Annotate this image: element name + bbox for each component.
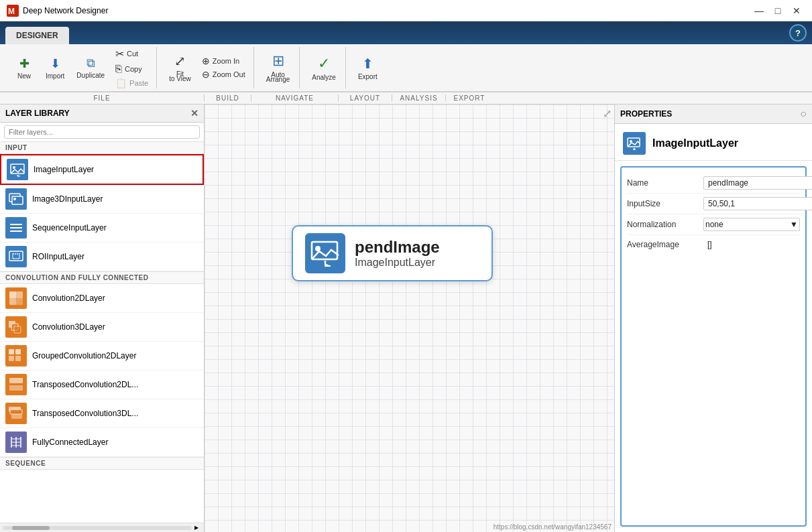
auto-arrange-label2: Arrange (266, 76, 290, 83)
maximize-button[interactable]: □ (769, 2, 787, 19)
navigate-section-label: NAVIGATE (251, 94, 339, 102)
auto-arrange-icon: ⊞ (272, 52, 284, 70)
prop-label-name: Name (627, 178, 701, 188)
analyze-button[interactable]: ✓ Analyze (306, 52, 341, 84)
app-icon: M (7, 5, 19, 17)
zoom-in-button[interactable]: ⊕ Zoom In (198, 54, 249, 68)
layer-item-transposed3d[interactable]: TransposedConvolution3DL... (0, 399, 204, 428)
layer-item-fc[interactable]: FullyConnectedLayer (0, 428, 204, 457)
svg-rect-29 (15, 356, 21, 361)
help-button[interactable]: ? (789, 24, 807, 42)
import-icon (50, 56, 60, 71)
auto-arrange-button[interactable]: ⊞ Auto Arrange (261, 50, 296, 86)
transposed3d-name: TransposedConvolution3DL... (32, 409, 138, 418)
svg-text:M: M (8, 7, 15, 16)
layer-library-header: LAYER LIBRARY ✕ (0, 105, 204, 123)
navigate-group: ⤢ Fit to View ⊕ Zoom In ⊖ Zoom Out (160, 47, 254, 88)
layer-item-imageinputlayer[interactable]: ImageInputLayer (0, 154, 204, 185)
layer-node-icon (305, 233, 345, 273)
layer-item-roiinputlayer[interactable]: ROIInputLayer (0, 243, 204, 271)
prop-value-inputsize[interactable] (703, 197, 812, 210)
canvas-area[interactable]: ⤢ pendImage ImageInputLayer https://blog… (205, 105, 614, 532)
file-group: New Import ⧉ Duplicate Cut Copy Paste (5, 47, 157, 88)
import-button[interactable]: Import (40, 54, 70, 82)
svg-rect-26 (9, 349, 14, 354)
paste-button[interactable]: Paste (111, 76, 152, 90)
layer-node-type: ImageInputLayer (355, 257, 440, 269)
prop-row-name: Name (627, 173, 800, 194)
conv2d-icon (5, 287, 27, 309)
layer-scroll-container: INPUT ImageInputLayer (0, 141, 204, 523)
close-button[interactable]: ✕ (788, 2, 805, 19)
tab-bar: DESIGNER ? (0, 21, 812, 44)
svg-rect-17 (9, 291, 16, 298)
export-label: Export (358, 73, 378, 80)
designer-tab[interactable]: DESIGNER (5, 27, 69, 44)
canvas-grid (205, 105, 614, 532)
layer-node-name: pendImage (355, 238, 440, 257)
svg-rect-28 (9, 356, 14, 361)
layer-library-close[interactable]: ✕ (190, 108, 198, 119)
window-controls: — □ ✕ (750, 2, 805, 19)
scroll-down-arrow[interactable]: ▶ (192, 523, 201, 533)
import-label: Import (46, 72, 64, 80)
export-section-label: EXPORT (446, 94, 493, 102)
layer-node-text: pendImage ImageInputLayer (355, 238, 440, 269)
category-input: INPUT (0, 141, 204, 154)
transposed3d-icon (5, 403, 27, 424)
layer-item-image3dinputlayer[interactable]: Image3DInputLayer (0, 185, 204, 214)
zoom-out-button[interactable]: ⊖ Zoom Out (198, 68, 249, 81)
duplicate-button[interactable]: ⧉ Duplicate (71, 54, 110, 82)
layout-section-label: LAYOUT (339, 94, 392, 102)
layer-library-scrollbar[interactable]: ▶ (0, 523, 204, 532)
title-bar: M Deep Network Designer — □ ✕ (0, 0, 812, 21)
filter-input[interactable] (4, 125, 200, 139)
roiinputlayer-icon (5, 246, 27, 267)
prop-select-normalization-value: none (705, 220, 723, 229)
build-section-label: BUILD (205, 94, 251, 102)
zoom-out-label: Zoom Out (213, 70, 245, 78)
prop-label-inputsize: InputSize (627, 199, 701, 208)
prop-row-normalization: Normalization none ▼ (627, 214, 800, 235)
sequenceinputlayer-icon (5, 217, 27, 239)
prop-value-name[interactable] (703, 176, 812, 190)
copy-button[interactable]: Copy (111, 62, 152, 76)
prop-row-inputsize: InputSize (627, 194, 800, 214)
cut-button[interactable]: Cut (111, 46, 152, 62)
transposed2d-name: TransposedConvolution2DL... (32, 380, 138, 389)
roiinputlayer-name: ROIInputLayer (32, 252, 84, 261)
new-button[interactable]: New (9, 54, 39, 82)
prop-value-averageimage: [] (703, 239, 800, 251)
properties-header: PROPERTIES ○ (615, 105, 812, 124)
prop-select-normalization[interactable]: none ▼ (703, 218, 800, 231)
layer-item-conv2d[interactable]: Convolution2DLayer (0, 284, 204, 313)
svg-rect-13 (7, 248, 25, 265)
layer-item-conv3d[interactable]: Convolution3DLayer (0, 313, 204, 342)
layer-item-groupedconv2d[interactable]: GroupedConvolution2DLayer (0, 342, 204, 371)
image3dinputlayer-icon (5, 188, 27, 210)
fc-icon (5, 431, 27, 453)
minimize-button[interactable]: — (750, 2, 768, 19)
cut-icon (115, 48, 124, 60)
expand-canvas-icon[interactable]: ⤢ (603, 107, 612, 120)
fit-to-view-button[interactable]: ⤢ Fit to View (164, 50, 196, 85)
groupedconv2d-icon (5, 345, 27, 367)
sequenceinputlayer-name: SequenceInputLayer (32, 223, 107, 232)
analysis-section-label: ANALYSIS (392, 94, 446, 102)
export-button[interactable]: ⬆ Export (353, 53, 383, 83)
svg-rect-32 (9, 385, 23, 391)
layer-node-pendinput[interactable]: pendImage ImageInputLayer (292, 225, 493, 281)
layer-item-transposed2d[interactable]: TransposedConvolution2DL... (0, 371, 204, 399)
export-icon: ⬆ (362, 56, 373, 72)
paste-label: Paste (129, 79, 148, 87)
svg-rect-36 (11, 414, 22, 419)
layer-item-sequenceinputlayer[interactable]: SequenceInputLayer (0, 214, 204, 243)
prop-row-averageimage: AverageImage [] (627, 235, 800, 254)
layer-library-title: LAYER LIBRARY (5, 109, 70, 118)
transposed2d-icon (5, 374, 27, 395)
prop-select-normalization-arrow: ▼ (790, 220, 798, 229)
properties-expand-icon[interactable]: ○ (800, 108, 807, 120)
paste-icon (115, 78, 127, 88)
layer-library-panel: LAYER LIBRARY ✕ INPUT ImageInputLayer (0, 105, 205, 532)
zoom-group: ⊕ Zoom In ⊖ Zoom Out (198, 54, 249, 81)
